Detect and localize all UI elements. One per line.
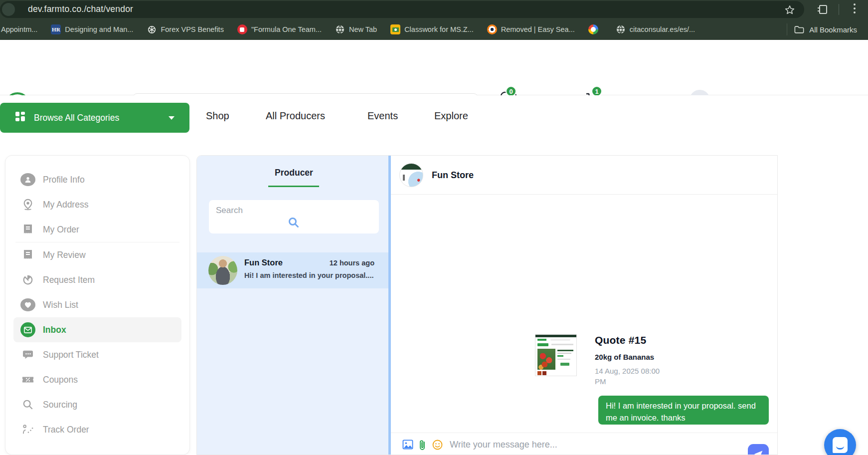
- site-info-icon[interactable]: [2, 3, 15, 16]
- nav-link-explore[interactable]: Explore: [434, 110, 468, 122]
- sidebar-item-my-review[interactable]: My Review: [5, 242, 189, 267]
- thumb-title-line: [557, 350, 573, 351]
- receipt-icon: [20, 249, 35, 260]
- bookmark-label: Forex VPS Benefits: [161, 25, 224, 33]
- browser-toolbar: dev.farmto.co./chat/vendor: [0, 0, 868, 19]
- sidebar-item-support-ticket[interactable]: Support Ticket: [5, 342, 189, 367]
- openai-logo-icon: [147, 24, 157, 34]
- sidebar-item-track-order[interactable]: Track Order: [5, 417, 189, 442]
- browser-window: dev.farmto.co./chat/vendor Appointm... H…: [0, 0, 868, 455]
- bookmark-star-icon[interactable]: [784, 4, 795, 17]
- sidebar-item-coupons[interactable]: Coupons: [5, 367, 189, 392]
- bookmark-item[interactable]: citaconsular.es/es/...: [616, 24, 695, 34]
- quote-product-thumbnail[interactable]: [535, 334, 577, 376]
- classroom-icon: [390, 24, 400, 34]
- conversation-list-item[interactable]: Fun Store 12 hours ago Hi! I am interest…: [197, 252, 388, 288]
- conversation-search-input[interactable]: [216, 204, 365, 217]
- heart-icon: [20, 298, 35, 311]
- track-order-icon: [20, 425, 35, 435]
- browser-menu-icon[interactable]: [854, 3, 856, 13]
- thumb-text-line: [557, 353, 571, 354]
- thumb-gallery-1: [537, 371, 541, 375]
- image-attach-icon[interactable]: [402, 440, 413, 452]
- side-panel-icon[interactable]: [816, 4, 828, 17]
- bookmark-item[interactable]: "Formula One Team...: [237, 24, 322, 34]
- hr-badge-icon: HR: [51, 24, 61, 34]
- message-input[interactable]: [450, 437, 719, 452]
- conversation-list-panel: Producer Fun Store 12 hours ago Hi! I am…: [197, 156, 391, 455]
- pie-chart-icon: [20, 274, 35, 285]
- sidebar-item-my-address[interactable]: My Address: [5, 192, 189, 217]
- peer-name: Fun Store: [432, 170, 474, 181]
- sidebar-item-label: My Order: [43, 225, 79, 235]
- bookmark-item[interactable]: Appointm...: [1, 25, 37, 33]
- thumb-nav-button: [537, 343, 548, 346]
- tab-producer[interactable]: Producer: [197, 168, 391, 178]
- tab-active-underline: [268, 186, 319, 187]
- main-nav: Browse All Categories Shop All Producers…: [0, 95, 868, 140]
- outgoing-message-bubble: Hi! I am interested in your proposal. se…: [598, 396, 769, 425]
- bookmark-item[interactable]: [588, 24, 602, 34]
- message-composer: [391, 433, 777, 455]
- sidebar-item-wish-list[interactable]: Wish List: [5, 292, 189, 317]
- thumb-searchbar: [550, 339, 570, 341]
- thumb-topbar: [535, 335, 577, 337]
- chat-launcher-button[interactable]: [824, 429, 856, 455]
- envelope-icon: [20, 322, 35, 337]
- bookmark-label: Removed | Easy Sea...: [501, 25, 575, 33]
- user-icon: [20, 173, 35, 186]
- url-bar[interactable]: dev.farmto.co./chat/vendor: [0, 1, 804, 18]
- nav-link-events[interactable]: Events: [367, 110, 398, 122]
- sidebar-item-label: Coupons: [43, 375, 78, 385]
- paper-plane-icon: [753, 450, 763, 455]
- sidebar-item-profile-info[interactable]: Profile Info: [5, 167, 189, 192]
- thumb-text-line: [557, 359, 570, 360]
- thumb-nav-links: [551, 344, 573, 345]
- sidebar-item-inbox[interactable]: Inbox: [13, 317, 181, 342]
- bookmark-label: Appointm...: [1, 25, 37, 33]
- sidebar-item-label: Inbox: [43, 325, 66, 335]
- nav-link-all-producers[interactable]: All Producers: [266, 110, 325, 122]
- red-badge-icon: [237, 24, 247, 34]
- quote-title: Quote #15: [595, 334, 670, 346]
- send-button[interactable]: [748, 444, 769, 455]
- thumb-logo: [537, 339, 546, 341]
- emoji-icon[interactable]: [432, 440, 443, 452]
- nav-link-shop[interactable]: Shop: [206, 110, 229, 122]
- bookmark-label: Classwork for MS.Z...: [404, 25, 474, 33]
- bookmark-item[interactable]: New Tab: [335, 24, 377, 34]
- bookmark-item[interactable]: Removed | Easy Sea...: [487, 24, 575, 34]
- quote-subtitle: 20kg of Bananas: [595, 353, 670, 361]
- sidebar-item-my-order[interactable]: My Order: [5, 217, 189, 242]
- sidebar-item-sourcing[interactable]: Sourcing: [5, 392, 189, 417]
- thumb-buy-button: [560, 363, 569, 366]
- bookmark-item[interactable]: Classwork for MS.Z...: [390, 24, 474, 34]
- chat-bubble-icon: [833, 437, 848, 453]
- quote-info: Quote #15 20kg of Bananas 14 Aug, 2025 0…: [595, 334, 670, 387]
- bookmark-label: citaconsular.es/es/...: [630, 25, 695, 33]
- conversation-header: Fun Store: [391, 156, 777, 195]
- bookmark-label: Designing and Man...: [65, 25, 133, 33]
- receipt-icon: [20, 224, 35, 235]
- browse-categories-button[interactable]: Browse All Categories: [0, 103, 189, 133]
- sidebar-item-label: My Address: [43, 200, 88, 210]
- conversation-time: 12 hours ago: [330, 259, 374, 267]
- site-header: FARMTOYOU 0 Favorite 1 Cart $50.00: [0, 40, 868, 95]
- magnifier-icon: [20, 399, 35, 410]
- url-text: dev.farmto.co./chat/vendor: [28, 4, 133, 14]
- bookmark-item[interactable]: HR Designing and Man...: [51, 24, 133, 34]
- search-icon[interactable]: [288, 217, 300, 230]
- sidebar-item-request-item[interactable]: Request Item: [5, 267, 189, 292]
- sidebar-item-label: My Review: [43, 250, 86, 260]
- bookmarks-divider: [787, 23, 787, 35]
- paperclip-icon[interactable]: [418, 440, 427, 453]
- peer-avatar: [399, 163, 423, 187]
- all-bookmarks-button[interactable]: All Bookmarks: [794, 19, 857, 40]
- sidebar-item-label: Wish List: [43, 300, 78, 310]
- quote-message: Quote #15 20kg of Bananas 14 Aug, 2025 0…: [535, 334, 670, 387]
- sidebar-item-label: Sourcing: [43, 400, 77, 410]
- globe-icon: [335, 24, 345, 34]
- bookmark-item[interactable]: Forex VPS Benefits: [147, 24, 224, 34]
- support-chat-icon: [20, 350, 35, 360]
- browse-categories-label: Browse All Categories: [34, 113, 119, 123]
